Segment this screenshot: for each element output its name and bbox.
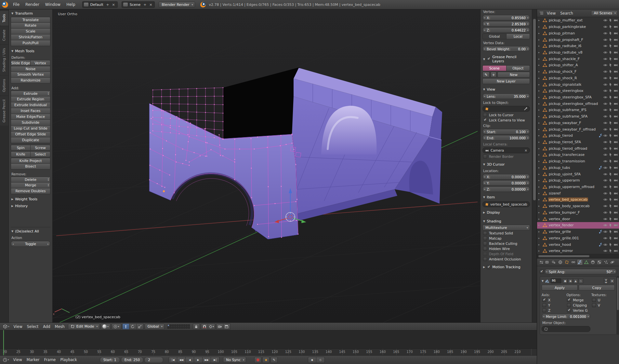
shading-option-checkbox[interactable]: Matcap	[482, 236, 530, 241]
modifier-edit-toggle[interactable]: ▲	[573, 279, 578, 283]
expand-arrow-icon[interactable]: ▸	[538, 19, 543, 22]
tab-particles[interactable]	[603, 259, 609, 265]
visibility-eye-icon[interactable]	[603, 236, 608, 240]
selectability-cursor-icon[interactable]	[608, 217, 613, 221]
renderability-camera-icon[interactable]	[613, 25, 618, 29]
object-name[interactable]: pickup_steeringbox_SFA	[548, 95, 603, 99]
selectability-cursor-icon[interactable]	[608, 243, 613, 247]
viewport-menu-item[interactable]: Add	[41, 324, 52, 330]
outliner-row[interactable]: ▸ pickup_muffler_ext	[537, 17, 619, 24]
global-toggle[interactable]: Global	[482, 33, 507, 39]
expand-arrow-icon[interactable]: ▸	[538, 243, 543, 246]
outliner-row[interactable]: ▸ pickup_propshaft_F	[537, 36, 619, 43]
expand-arrow-icon[interactable]: ▸	[538, 115, 543, 118]
menu-item[interactable]: Help	[63, 1, 78, 8]
timeline-ruler[interactable]: 2025303540455055606570758085909510010511…	[0, 348, 537, 355]
visibility-eye-icon[interactable]	[603, 69, 608, 74]
auto-keyframe-record-button[interactable]	[254, 357, 261, 363]
viewport-menu-item[interactable]: Mesh	[53, 324, 67, 330]
outliner-row[interactable]: ▸ pickup_signalstalk	[537, 81, 619, 88]
tool-button[interactable]: Bisect	[11, 164, 50, 169]
tool-button[interactable]: Randomize	[11, 78, 50, 83]
selectability-cursor-icon[interactable]	[608, 82, 613, 87]
object-name[interactable]: sizeref	[548, 191, 603, 195]
visibility-eye-icon[interactable]	[603, 95, 608, 99]
selectability-cursor-icon[interactable]	[608, 223, 613, 227]
object-name[interactable]: pickup_tierod	[548, 133, 599, 138]
toolshelf-tab[interactable]: Options	[0, 76, 8, 95]
vertex-slide-button[interactable]: Vertex	[31, 60, 50, 66]
timeline-menu-item[interactable]: Playback	[58, 357, 79, 363]
outliner-row[interactable]: ▸ pickup_steeringbox_SFA	[537, 94, 619, 101]
visibility-eye-icon[interactable]	[603, 204, 608, 208]
object-name[interactable]: pickup_pitman	[548, 31, 603, 35]
renderability-camera-icon[interactable]	[613, 82, 618, 87]
pivot-point-select[interactable]: ▾	[112, 323, 121, 330]
gp-add-icon[interactable]: +	[491, 72, 496, 78]
expand-arrow-icon[interactable]: ▸	[538, 134, 543, 137]
bevel-weight-field[interactable]: Bevel Weight:0.00	[482, 46, 530, 52]
visibility-eye-icon[interactable]	[603, 76, 608, 80]
expand-arrow-icon[interactable]: ▸	[538, 237, 543, 240]
transform-panel-header[interactable]: Transform	[11, 10, 50, 17]
object-name[interactable]: vertex_fender	[548, 223, 603, 227]
axis-checkbox[interactable]: X	[542, 297, 565, 303]
object-name[interactable]: pickup_transfercase	[548, 153, 603, 157]
truck-bed-model[interactable]	[149, 67, 442, 239]
tab-texture[interactable]	[596, 259, 602, 265]
visibility-eye-icon[interactable]	[603, 18, 608, 22]
clip-end-field[interactable]: End:1000.000	[482, 135, 530, 141]
av-sync-select[interactable]: No Sync	[223, 357, 246, 363]
outliner-row[interactable]: ▸ pickup_shock_F	[537, 69, 619, 75]
tool-button[interactable]: Extrude Individual	[11, 102, 50, 108]
viewport-menu-item[interactable]: Select	[25, 324, 41, 330]
menu-item[interactable]: Window	[42, 1, 63, 8]
shading-option-checkbox[interactable]: Backface Culling	[482, 241, 530, 246]
object-name[interactable]: vertex_body_spacecab	[548, 204, 603, 208]
expand-arrow-icon[interactable]: ▸	[538, 89, 543, 92]
object-name[interactable]: pickup_subframe_SFA	[548, 114, 603, 119]
selectability-cursor-icon[interactable]	[608, 191, 613, 195]
tool-button[interactable]: Subdivide	[11, 120, 50, 126]
split-angle-field[interactable]: Split Ang:50°	[545, 269, 617, 274]
expand-arrow-icon[interactable]: ▸	[538, 83, 543, 86]
expand-arrow-icon[interactable]: ▸	[538, 192, 543, 195]
outliner-row[interactable]: ▸ pickup_pitman	[537, 30, 619, 36]
outliner-row[interactable]: ▸ pickup_steeringbox	[537, 88, 619, 94]
clip-start-field[interactable]: Start:0.100	[482, 129, 530, 134]
outliner-row[interactable]: ▸ pickup_tierod_offroad	[537, 145, 619, 152]
expand-arrow-icon[interactable]: ▸	[538, 198, 543, 201]
timeline-editor-icon[interactable]: ▾	[2, 358, 10, 362]
shading-mode-select[interactable]: Multitexture	[482, 225, 530, 231]
layers-widget[interactable]	[167, 324, 190, 329]
shading-option-checkbox[interactable]: Depth Of Field	[482, 251, 530, 257]
selectability-cursor-icon[interactable]	[608, 108, 613, 112]
outliner-row[interactable]: ▸ vertex_grille	[537, 229, 619, 235]
visibility-eye-icon[interactable]	[603, 197, 608, 202]
expand-arrow-icon[interactable]: ▸	[538, 108, 543, 111]
tool-button[interactable]: Offset Edge Slide	[11, 132, 50, 137]
renderability-camera-icon[interactable]	[613, 89, 618, 93]
object-name[interactable]: pickup_signalstalk	[548, 82, 603, 87]
timeline-canvas[interactable]	[0, 330, 537, 348]
edge-angle-checkbox[interactable]	[540, 270, 544, 274]
expand-arrow-icon[interactable]: ▸	[538, 64, 543, 67]
current-frame-indicator[interactable]	[3, 330, 4, 355]
selectability-cursor-icon[interactable]	[608, 159, 613, 163]
cursor-z-field[interactable]: Z:0.00000	[482, 186, 530, 192]
selectability-cursor-icon[interactable]	[608, 127, 613, 132]
frame-start-field[interactable]: Start:1	[100, 357, 120, 363]
tab-modifiers[interactable]	[577, 259, 583, 265]
add-layout-button[interactable]	[105, 2, 110, 7]
outliner-scrollbar-horizontal[interactable]	[537, 254, 619, 258]
tool-button[interactable]: Extrude Region	[11, 96, 50, 102]
opengl-render-button[interactable]	[216, 323, 223, 330]
local-toggle[interactable]: Local	[507, 33, 530, 39]
modifier-render-toggle[interactable]: ●	[563, 279, 568, 283]
local-camera-field[interactable]: Camera ×	[482, 147, 530, 153]
shading-option-checkbox[interactable]: Ambient Occlusion	[482, 257, 530, 262]
transport-button[interactable]: ◀◀	[177, 357, 186, 363]
delete-modifier-button[interactable]: ×	[610, 278, 615, 283]
object-name-field[interactable]: vertex_bed_spacecab	[482, 201, 530, 207]
visibility-eye-icon[interactable]	[603, 127, 608, 132]
